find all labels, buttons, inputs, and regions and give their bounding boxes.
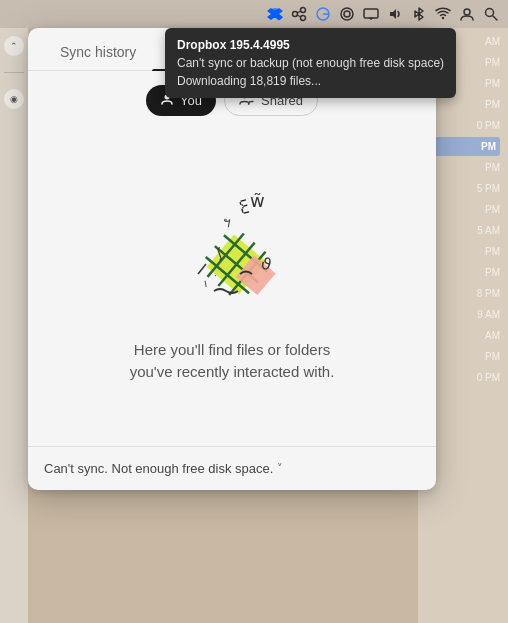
tooltip-line1: Can't sync or backup (not enough free di…: [177, 54, 444, 72]
svg-point-3: [301, 8, 306, 13]
bg-time-7: PM: [426, 158, 500, 177]
volume-menubar-icon[interactable]: [386, 5, 404, 23]
search-menubar-icon[interactable]: [482, 5, 500, 23]
svg-point-9: [344, 11, 350, 17]
bg-time-13: 8 PM: [426, 284, 500, 303]
empty-state-text: Here you'll find files or folders you've…: [112, 339, 352, 384]
svg-point-4: [301, 16, 306, 21]
svg-point-1: [271, 10, 279, 18]
empty-state: ꒰ w̃ ฯ: [28, 126, 436, 446]
tooltip-title: Dropbox 195.4.4995: [177, 36, 444, 54]
svg-text:ı: ı: [202, 275, 208, 289]
svg-line-15: [493, 16, 497, 20]
bg-time-12: PM: [426, 263, 500, 282]
share-menubar-icon[interactable]: [290, 5, 308, 23]
svg-line-5: [298, 11, 301, 13]
menu-bar: [0, 0, 508, 28]
svg-line-6: [298, 15, 301, 17]
bg-time-11: PM: [426, 242, 500, 261]
tooltip-line2: Downloading 18,819 files...: [177, 72, 444, 90]
status-bar[interactable]: Can't sync. Not enough free disk space. …: [28, 446, 436, 490]
bg-time-8: 5 PM: [426, 179, 500, 198]
svg-point-13: [464, 9, 470, 15]
chevron-down-icon: ˅: [277, 462, 283, 475]
svg-text:·: ·: [214, 270, 217, 281]
wifi-menubar-icon[interactable]: [434, 5, 452, 23]
svg-point-8: [341, 8, 353, 20]
svg-text:ฯ: ฯ: [221, 213, 232, 230]
bg-time-16: PM: [426, 347, 500, 366]
wifi-alt-menubar-icon[interactable]: [338, 5, 356, 23]
display-menubar-icon[interactable]: [362, 5, 380, 23]
svg-rect-10: [364, 9, 378, 18]
bg-time-17: 0 PM: [426, 368, 500, 387]
bg-time-10: 5 AM: [426, 221, 500, 240]
bluetooth-menubar-icon[interactable]: [410, 5, 428, 23]
bg-time-9: PM: [426, 200, 500, 219]
tab-sync-history[interactable]: Sync history: [44, 36, 152, 70]
empty-illustration: ꒰ w̃ ฯ: [162, 179, 302, 319]
tooltip-banner: Dropbox 195.4.4995 Can't sync or backup …: [165, 28, 456, 98]
bg-time-6: PM: [426, 137, 500, 156]
svg-point-2: [293, 12, 298, 17]
bg-time-5: 0 PM: [426, 116, 500, 135]
bg-time-14: 9 AM: [426, 305, 500, 324]
sidebar-nav-icon[interactable]: ◉: [4, 89, 24, 109]
google-menubar-icon[interactable]: [314, 5, 332, 23]
bg-time-15: AM: [426, 326, 500, 345]
status-text: Can't sync. Not enough free disk space.: [44, 461, 273, 476]
user-menubar-icon[interactable]: [458, 5, 476, 23]
left-sidebar: ⌃ ◉: [0, 28, 28, 623]
dropbox-menubar-icon[interactable]: [266, 5, 284, 23]
svg-text:w̃: w̃: [250, 191, 265, 211]
sidebar-collapse-icon[interactable]: ⌃: [4, 36, 24, 56]
svg-point-14: [486, 9, 494, 17]
